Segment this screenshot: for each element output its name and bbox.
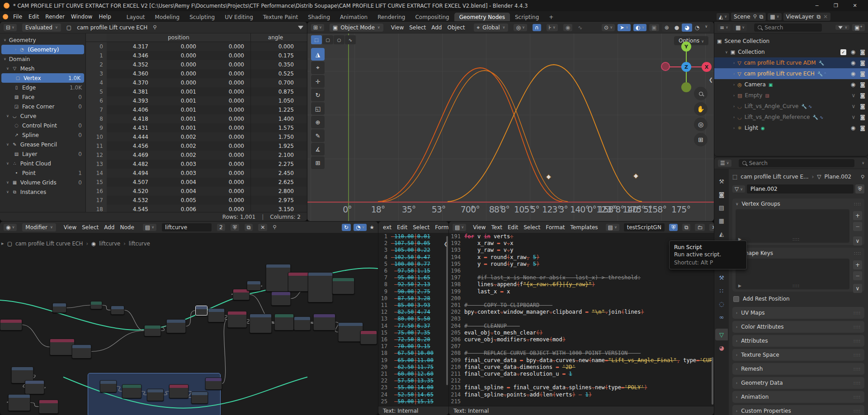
section-color-attributes[interactable]: ›Color Attributes:::: xyxy=(732,321,864,333)
blender-menu-icon[interactable] xyxy=(3,14,8,19)
menu-window[interactable]: Window xyxy=(69,13,94,21)
menu-view[interactable]: View xyxy=(389,24,406,32)
breadcrumb-object[interactable]: cam profile Lift curve E... xyxy=(741,174,808,180)
section-attributes[interactable]: ›Attributes:::: xyxy=(732,335,864,347)
outliner-item-cam-profile-lift-curve-ech[interactable]: ›▽cam profile Lift curve ECH🔧ᶺ◉◙ xyxy=(714,68,868,79)
render-preview-toggle[interactable]: ▣ xyxy=(649,24,659,31)
navigation-gizmo[interactable]: Y Z X xyxy=(661,42,712,92)
scene-name-field[interactable]: Scene⚲⧉ xyxy=(731,13,766,21)
workspace-tab-shading[interactable]: Shading xyxy=(303,13,335,22)
menu-object[interactable]: Object xyxy=(445,24,467,32)
rotate-tool[interactable]: ↻ xyxy=(311,89,325,101)
disable-render-camera-icon[interactable]: ◙ xyxy=(860,81,865,88)
new-copy-icon[interactable]: ⧉ xyxy=(682,224,691,231)
workspace-tab-+[interactable]: + xyxy=(544,13,558,22)
close-button[interactable]: ✕ xyxy=(845,3,864,9)
disable-render-camera-icon[interactable]: ◙ xyxy=(860,114,865,120)
viewport-editor-type-button[interactable]: ⊞∨ xyxy=(311,24,324,31)
node-box[interactable] xyxy=(0,319,22,330)
copy-icon[interactable]: ⧉ xyxy=(760,14,764,20)
overlays-dropdown[interactable]: ➤∨ xyxy=(618,24,631,31)
hide-eye-closed-icon[interactable]: ∨ xyxy=(852,114,856,120)
node-tree-type-dropdown[interactable]: Modifier∨ xyxy=(22,223,56,231)
zoom-icon[interactable] xyxy=(694,87,708,100)
properties-tab-scene[interactable]: ◭ xyxy=(715,228,728,240)
gizmo-z-axis[interactable]: Z xyxy=(681,62,691,72)
menu-select[interactable]: Select xyxy=(521,223,542,231)
gizmo-x-axis[interactable]: X xyxy=(702,62,712,72)
spreadsheet-editor-type-button[interactable]: ⊟∨ xyxy=(4,24,17,31)
menu-ext[interactable]: ext xyxy=(381,223,394,231)
pin-icon[interactable]: ⚲ xyxy=(861,174,864,180)
menu-edit[interactable]: Edit xyxy=(505,223,520,231)
disable-render-camera-icon[interactable]: ◙ xyxy=(860,49,865,55)
show-gizmo-dropdown[interactable]: ⊙∨ xyxy=(602,24,615,31)
outliner-item-cam-profile-lift-curve-adm[interactable]: ›▽cam profile Lift curve ADM🔧◉◙ xyxy=(714,57,868,68)
add-shape-key-button[interactable]: + xyxy=(853,260,862,269)
sidebar-item-point[interactable]: •Point1 xyxy=(0,168,85,178)
sidebar-item-face-corner[interactable]: ◲Face Corner0 xyxy=(0,102,85,111)
section-texture-space[interactable]: ›Texture Space:::: xyxy=(732,349,864,361)
grid-ortho-icon[interactable]: ⊞ xyxy=(694,133,708,146)
fake-user-shield-check-icon[interactable]: ⛨ xyxy=(669,224,678,231)
outliner-item-scene-collection[interactable]: ▣Scene Collection xyxy=(714,36,868,47)
pin-icon[interactable]: ⚲ xyxy=(273,224,276,230)
table-row[interactable]: 174.5320.0050.0002.975 xyxy=(86,196,307,205)
viewport-canvas[interactable]: 0°18°35°53°70°0°88°8°105°5°123°3°140°0°1… xyxy=(307,33,714,221)
workspace-tab-rendering[interactable]: Rendering xyxy=(373,13,410,22)
workspace-tab-geometry-nodes[interactable]: Geometry Nodes xyxy=(454,13,510,22)
outliner-item-camera[interactable]: ›◎Camera▣◉◙ xyxy=(714,79,868,90)
collection-checkbox[interactable]: ✓ xyxy=(840,49,846,55)
select-tweak-mode[interactable]: ⬚ xyxy=(311,35,322,44)
menu-templates[interactable]: Templates xyxy=(568,223,600,231)
node-graph-canvas[interactable]: ▸ ▢cam profile Lift curve ECH ›◉liftcurv… xyxy=(0,233,378,415)
outliner-item-lift-vs-angle-curve[interactable]: ›◡Lift_vs_Angle_Curve🔧∿∨◙ xyxy=(714,101,868,112)
menu-text[interactable]: Text xyxy=(489,223,505,231)
node-box[interactable] xyxy=(100,380,117,392)
node-box[interactable] xyxy=(166,319,186,333)
new-collection-button[interactable]: ▣⁺ xyxy=(852,24,865,31)
table-row[interactable]: 114.4560.0020.0001.925 xyxy=(86,141,307,151)
table-row[interactable]: 84.4180.0010.0001.400 xyxy=(86,114,307,123)
node-box[interactable] xyxy=(90,301,102,309)
table-row[interactable]: 24.3520.0000.0000.350 xyxy=(86,60,307,69)
shape-key-specials-dropdown[interactable]: ∨ xyxy=(853,284,862,293)
workspace-tab-uv-editing[interactable]: UV Editing xyxy=(220,13,258,22)
sidebar-item-spline[interactable]: ↗Spline0 xyxy=(0,130,85,140)
outliner-item-collection[interactable]: ∨▣Collection✓◉◙ xyxy=(714,47,868,57)
add-vertex-group-button[interactable]: + xyxy=(853,211,862,220)
node-box[interactable] xyxy=(250,314,272,333)
node-box[interactable] xyxy=(227,311,247,328)
node-box[interactable] xyxy=(266,264,291,292)
sidebar-item--geometry-[interactable]: ›◔(Geometry) xyxy=(1,45,84,54)
node-box[interactable] xyxy=(205,377,222,390)
cursor-tool[interactable]: ⌖ xyxy=(311,61,325,74)
node-box[interactable] xyxy=(247,281,261,291)
workspace-tab-compositing[interactable]: Compositing xyxy=(410,13,454,22)
menu-select[interactable]: Select xyxy=(410,223,432,231)
menu-add[interactable]: Add xyxy=(429,24,444,32)
remove-shape-key-button[interactable]: − xyxy=(853,271,862,280)
disable-render-camera-icon[interactable]: ◙ xyxy=(860,60,865,66)
gizmo-x-neg[interactable] xyxy=(661,62,670,71)
properties-search-input[interactable]: Search xyxy=(739,159,855,167)
node-box[interactable] xyxy=(8,394,30,411)
users-count-badge[interactable]: 2 xyxy=(217,224,225,231)
hide-eye-icon[interactable]: ◉ xyxy=(851,71,855,77)
table-row[interactable]: 124.4690.0020.0002.100 xyxy=(86,151,307,160)
select-box-tool[interactable]: ◮ xyxy=(311,48,325,61)
scrollbar[interactable] xyxy=(446,236,448,385)
workspace-tab-texture-paint[interactable]: Texture Paint xyxy=(258,13,303,22)
overlay-node-dropdown[interactable]: ◔∨ xyxy=(354,224,367,231)
sidebar-item-layer[interactable]: ▤Layer0 xyxy=(0,149,85,159)
node-box[interactable] xyxy=(169,384,189,398)
sidebar-item-vertex[interactable]: ▢Vertex1.0K xyxy=(1,73,84,83)
sidebar-item-curve[interactable]: ∨◡Curve xyxy=(0,111,85,121)
node-box[interactable] xyxy=(191,391,208,404)
workspace-tab-modeling[interactable]: Modeling xyxy=(150,13,185,22)
node-box[interactable] xyxy=(294,316,311,330)
disable-render-camera-icon[interactable]: ◙ xyxy=(860,125,865,131)
favorites-star-icon[interactable]: ★ xyxy=(369,224,374,231)
outliner-search-input[interactable]: Search xyxy=(754,24,822,32)
table-row[interactable]: 164.5200.0040.0002.800 xyxy=(86,187,307,196)
